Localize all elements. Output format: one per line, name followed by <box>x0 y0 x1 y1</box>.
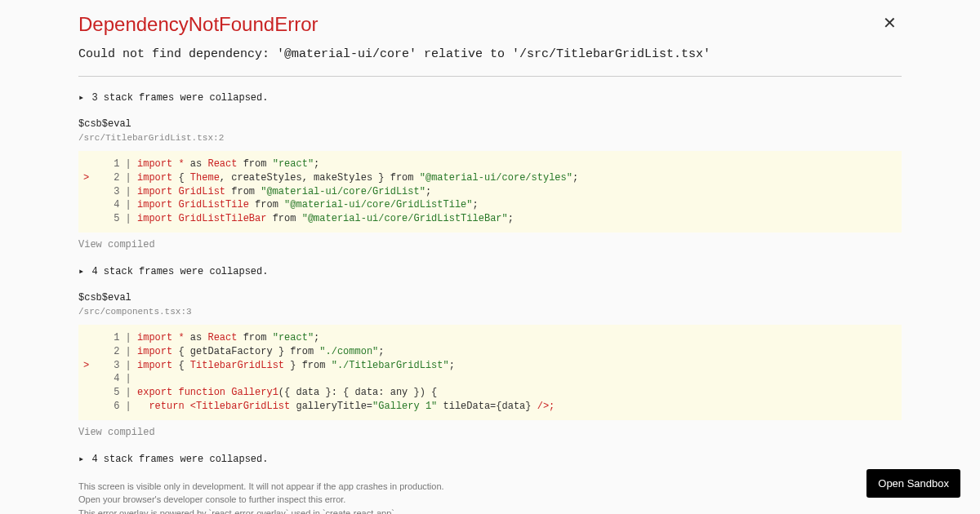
stack-collapse-label: 4 stack frames were collapsed. <box>91 454 268 465</box>
stack-collapse-1[interactable]: ▸ 3 stack frames were collapsed. <box>78 91 902 104</box>
code-line-highlight: > 2 | import { Theme, createStyles, make… <box>83 171 897 185</box>
code-line: 6 | return <TitlebarGridList galleryTitl… <box>83 400 897 414</box>
divider <box>78 76 902 77</box>
disclosure-icon: ▸ <box>78 265 84 277</box>
code-block-2: 1 | import * as React from "react"; 2 | … <box>78 325 902 420</box>
close-button[interactable]: ✕ <box>883 15 897 31</box>
disclosure-icon: ▸ <box>78 453 84 465</box>
footer-line: This error overlay is powered by `react-… <box>78 507 902 514</box>
error-title: DependencyNotFoundError <box>78 13 902 36</box>
footer-notes: This screen is visible only in developme… <box>78 480 902 514</box>
footer-line: This screen is visible only in developme… <box>78 480 902 494</box>
footer-line: Open your browser's developer console to… <box>78 493 902 507</box>
frame1-location: /src/TitlebarGridList.tsx:2 <box>78 133 902 143</box>
stack-collapse-2[interactable]: ▸ 4 stack frames were collapsed. <box>78 265 902 277</box>
code-line: 5 | import GridListTileBar from "@materi… <box>83 212 897 226</box>
code-block-1: 1 | import * as React from "react"; > 2 … <box>78 151 902 233</box>
code-line: 1 | import * as React from "react"; <box>83 331 897 345</box>
view-compiled-1[interactable]: View compiled <box>78 239 902 250</box>
frame2-title: $csb$eval <box>78 292 902 304</box>
code-line: 3 | import GridList from "@material-ui/c… <box>83 185 897 199</box>
stack-collapse-label: 3 stack frames were collapsed. <box>91 92 268 104</box>
disclosure-icon: ▸ <box>78 91 84 104</box>
code-line: 1 | import * as React from "react"; <box>83 157 897 171</box>
code-line: 4 | <box>83 372 897 386</box>
stack-collapse-3[interactable]: ▸ 4 stack frames were collapsed. <box>78 453 902 465</box>
view-compiled-2[interactable]: View compiled <box>78 427 902 438</box>
code-line: 5 | export function Gallery1({ data }: {… <box>83 386 897 400</box>
code-line-highlight: > 3 | import { TitlebarGridList } from "… <box>83 359 897 373</box>
frame1-title: $csb$eval <box>78 118 902 130</box>
frame2-location: /src/components.tsx:3 <box>78 307 902 317</box>
code-line: 4 | import GridListTile from "@material-… <box>83 198 897 212</box>
code-line: 2 | import { getDataFactory } from "./co… <box>83 345 897 359</box>
error-message: Could not find dependency: '@material-ui… <box>78 47 902 61</box>
stack-collapse-label: 4 stack frames were collapsed. <box>91 266 268 277</box>
open-sandbox-button[interactable]: Open Sandbox <box>866 469 960 498</box>
